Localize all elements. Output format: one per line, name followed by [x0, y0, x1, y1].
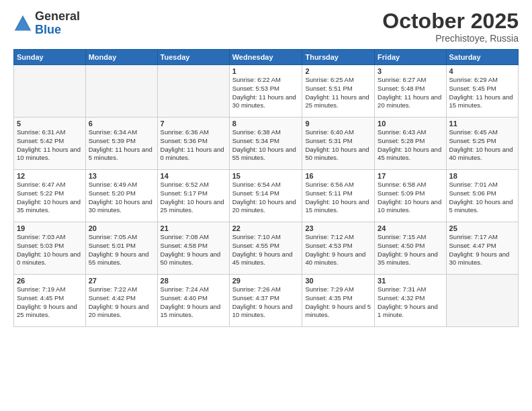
day-number: 5 [17, 120, 83, 128]
day-number: 6 [89, 120, 154, 128]
day-number: 14 [161, 172, 226, 180]
day-info: Sunrise: 7:19 AM Sunset: 4:45 PM Dayligh… [17, 285, 83, 320]
day-info: Sunrise: 6:43 AM Sunset: 5:28 PM Dayligh… [378, 128, 443, 163]
table-row: 28Sunrise: 7:24 AM Sunset: 4:40 PM Dayli… [157, 275, 229, 327]
calendar-table: Sunday Monday Tuesday Wednesday Thursday… [13, 49, 519, 327]
day-number: 12 [17, 172, 83, 180]
day-number: 21 [161, 224, 226, 232]
day-number: 10 [378, 120, 443, 128]
table-row: 12Sunrise: 6:47 AM Sunset: 5:22 PM Dayli… [14, 170, 86, 222]
day-info: Sunrise: 7:31 AM Sunset: 4:32 PM Dayligh… [378, 285, 443, 320]
calendar-week-row: 5Sunrise: 6:31 AM Sunset: 5:42 PM Daylig… [14, 118, 519, 170]
col-friday: Friday [375, 50, 446, 65]
day-info: Sunrise: 7:22 AM Sunset: 4:42 PM Dayligh… [89, 285, 154, 320]
day-info: Sunrise: 7:03 AM Sunset: 5:03 PM Dayligh… [17, 233, 83, 267]
calendar-header-row: Sunday Monday Tuesday Wednesday Thursday… [14, 50, 519, 65]
day-info: Sunrise: 7:01 AM Sunset: 5:06 PM Dayligh… [449, 181, 515, 215]
day-number: 8 [232, 120, 300, 128]
table-row: 8Sunrise: 6:38 AM Sunset: 5:34 PM Daylig… [229, 118, 302, 170]
day-number: 4 [449, 67, 515, 75]
day-number: 27 [89, 277, 154, 285]
table-row: 18Sunrise: 7:01 AM Sunset: 5:06 PM Dayli… [446, 170, 518, 222]
day-number: 26 [17, 277, 83, 285]
day-info: Sunrise: 7:12 AM Sunset: 4:53 PM Dayligh… [305, 233, 371, 267]
day-number: 7 [161, 120, 226, 128]
table-row: 19Sunrise: 7:03 AM Sunset: 5:03 PM Dayli… [14, 222, 86, 275]
day-number: 30 [305, 277, 371, 285]
day-info: Sunrise: 7:05 AM Sunset: 5:01 PM Dayligh… [89, 233, 154, 267]
table-row: 4Sunrise: 6:29 AM Sunset: 5:45 PM Daylig… [446, 65, 518, 118]
day-info: Sunrise: 6:52 AM Sunset: 5:17 PM Dayligh… [161, 181, 226, 215]
day-info: Sunrise: 6:49 AM Sunset: 5:20 PM Dayligh… [89, 181, 154, 215]
calendar-week-row: 12Sunrise: 6:47 AM Sunset: 5:22 PM Dayli… [14, 170, 519, 222]
logo-icon [13, 14, 32, 33]
logo-blue: Blue [35, 24, 80, 37]
table-row: 22Sunrise: 7:10 AM Sunset: 4:55 PM Dayli… [229, 222, 302, 275]
day-info: Sunrise: 7:26 AM Sunset: 4:37 PM Dayligh… [232, 285, 300, 320]
day-number: 28 [161, 277, 226, 285]
day-info: Sunrise: 6:56 AM Sunset: 5:11 PM Dayligh… [305, 181, 371, 215]
subtitle: Prechistoye, Russia [382, 33, 519, 44]
table-row: 2Sunrise: 6:25 AM Sunset: 5:51 PM Daylig… [302, 65, 375, 118]
col-thursday: Thursday [302, 50, 375, 65]
table-row: 3Sunrise: 6:27 AM Sunset: 5:48 PM Daylig… [375, 65, 446, 118]
table-row: 16Sunrise: 6:56 AM Sunset: 5:11 PM Dayli… [302, 170, 375, 222]
table-row [157, 65, 229, 118]
table-row: 30Sunrise: 7:29 AM Sunset: 4:35 PM Dayli… [302, 275, 375, 327]
col-tuesday: Tuesday [157, 50, 229, 65]
day-number: 1 [232, 67, 300, 75]
table-row: 11Sunrise: 6:45 AM Sunset: 5:25 PM Dayli… [446, 118, 518, 170]
table-row [446, 275, 518, 327]
day-number: 2 [305, 67, 371, 75]
day-info: Sunrise: 7:17 AM Sunset: 4:47 PM Dayligh… [449, 233, 515, 267]
day-info: Sunrise: 6:58 AM Sunset: 5:09 PM Dayligh… [378, 181, 443, 215]
col-monday: Monday [85, 50, 157, 65]
day-number: 19 [17, 224, 83, 232]
calendar-week-row: 26Sunrise: 7:19 AM Sunset: 4:45 PM Dayli… [14, 275, 519, 327]
day-number: 15 [232, 172, 300, 180]
table-row [85, 65, 157, 118]
day-number: 24 [378, 224, 443, 232]
day-info: Sunrise: 6:29 AM Sunset: 5:45 PM Dayligh… [449, 76, 515, 110]
day-info: Sunrise: 7:29 AM Sunset: 4:35 PM Dayligh… [305, 285, 371, 320]
calendar-page: General Blue October 2025 Prechistoye, R… [0, 0, 532, 411]
col-saturday: Saturday [446, 50, 518, 65]
day-info: Sunrise: 6:54 AM Sunset: 5:14 PM Dayligh… [232, 181, 300, 215]
day-number: 17 [378, 172, 443, 180]
day-info: Sunrise: 6:45 AM Sunset: 5:25 PM Dayligh… [449, 128, 515, 163]
table-row: 5Sunrise: 6:31 AM Sunset: 5:42 PM Daylig… [14, 118, 86, 170]
day-info: Sunrise: 6:27 AM Sunset: 5:48 PM Dayligh… [378, 76, 443, 110]
table-row: 23Sunrise: 7:12 AM Sunset: 4:53 PM Dayli… [302, 222, 375, 275]
day-info: Sunrise: 6:22 AM Sunset: 5:53 PM Dayligh… [232, 76, 300, 110]
table-row: 17Sunrise: 6:58 AM Sunset: 5:09 PM Dayli… [375, 170, 446, 222]
day-number: 23 [305, 224, 371, 232]
table-row: 26Sunrise: 7:19 AM Sunset: 4:45 PM Dayli… [14, 275, 86, 327]
table-row: 15Sunrise: 6:54 AM Sunset: 5:14 PM Dayli… [229, 170, 302, 222]
logo-text: General Blue [35, 10, 80, 37]
day-info: Sunrise: 6:47 AM Sunset: 5:22 PM Dayligh… [17, 181, 83, 215]
day-info: Sunrise: 6:40 AM Sunset: 5:31 PM Dayligh… [305, 128, 371, 163]
day-number: 13 [89, 172, 154, 180]
day-number: 9 [305, 120, 371, 128]
table-row: 25Sunrise: 7:17 AM Sunset: 4:47 PM Dayli… [446, 222, 518, 275]
day-info: Sunrise: 6:34 AM Sunset: 5:39 PM Dayligh… [89, 128, 154, 163]
table-row: 7Sunrise: 6:36 AM Sunset: 5:36 PM Daylig… [157, 118, 229, 170]
month-title: October 2025 [382, 10, 519, 32]
calendar-week-row: 19Sunrise: 7:03 AM Sunset: 5:03 PM Dayli… [14, 222, 519, 275]
table-row: 6Sunrise: 6:34 AM Sunset: 5:39 PM Daylig… [85, 118, 157, 170]
day-info: Sunrise: 6:38 AM Sunset: 5:34 PM Dayligh… [232, 128, 300, 163]
day-info: Sunrise: 7:24 AM Sunset: 4:40 PM Dayligh… [161, 285, 226, 320]
day-info: Sunrise: 7:15 AM Sunset: 4:50 PM Dayligh… [378, 233, 443, 267]
table-row: 9Sunrise: 6:40 AM Sunset: 5:31 PM Daylig… [302, 118, 375, 170]
day-info: Sunrise: 7:08 AM Sunset: 4:58 PM Dayligh… [161, 233, 226, 267]
day-info: Sunrise: 6:31 AM Sunset: 5:42 PM Dayligh… [17, 128, 83, 163]
table-row: 31Sunrise: 7:31 AM Sunset: 4:32 PM Dayli… [375, 275, 446, 327]
title-block: October 2025 Prechistoye, Russia [382, 10, 519, 44]
col-sunday: Sunday [14, 50, 86, 65]
logo-general: General [35, 10, 80, 24]
col-wednesday: Wednesday [229, 50, 302, 65]
day-number: 22 [232, 224, 300, 232]
day-number: 16 [305, 172, 371, 180]
table-row [14, 65, 86, 118]
day-number: 31 [378, 277, 443, 285]
